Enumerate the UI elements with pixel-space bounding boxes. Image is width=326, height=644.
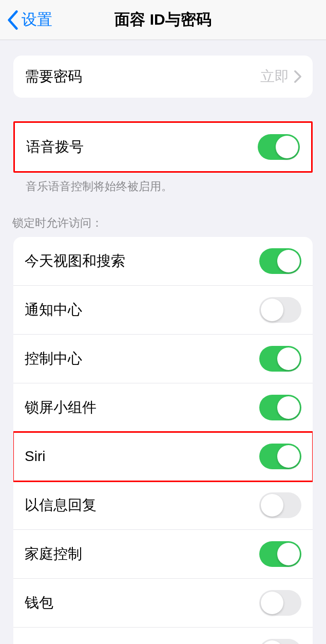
locked-access-row: 控制中心 xyxy=(13,335,313,383)
locked-access-label: 今天视图和搜索 xyxy=(25,251,125,271)
locked-access-row: 今天视图和搜索 xyxy=(13,237,313,286)
locked-access-header: 锁定时允许访问： xyxy=(0,215,326,237)
locked-access-row: 钱包 xyxy=(13,579,313,628)
locked-access-label: 控制中心 xyxy=(25,349,82,369)
passcode-group: 需要密码 立即 xyxy=(13,56,313,98)
locked-access-row: 锁屏小组件 xyxy=(13,383,313,432)
voice-dial-row: 语音拨号 xyxy=(15,123,311,171)
voice-dial-footer: 音乐语音控制将始终被启用。 xyxy=(13,173,313,195)
locked-access-toggle[interactable] xyxy=(259,346,301,372)
locked-access-row: Siri xyxy=(13,432,313,481)
locked-access-label: 通知中心 xyxy=(25,300,82,320)
voice-dial-toggle[interactable] xyxy=(258,134,300,160)
locked-access-row: 回拨未接来电 xyxy=(13,628,313,644)
locked-access-label: 以信息回复 xyxy=(25,495,97,515)
locked-access-toggle[interactable] xyxy=(259,395,301,420)
locked-access-toggle[interactable] xyxy=(259,541,301,567)
locked-access-row: 以信息回复 xyxy=(13,481,313,530)
locked-access-row: 通知中心 xyxy=(13,286,313,335)
voice-dial-label: 语音拨号 xyxy=(26,137,84,157)
locked-access-toggle[interactable] xyxy=(259,492,301,518)
chevron-left-icon xyxy=(7,10,18,30)
locked-access-toggle[interactable] xyxy=(259,590,301,616)
content: 需要密码 立即 语音拨号 音乐语音控制将始终被启用。 锁定时允许访问： 今天视 xyxy=(0,56,326,644)
locked-access-toggle[interactable] xyxy=(259,248,301,274)
locked-access-toggle[interactable] xyxy=(259,639,301,644)
chevron-right-icon xyxy=(294,70,301,83)
locked-access-row: 家庭控制 xyxy=(13,530,313,579)
require-passcode-label: 需要密码 xyxy=(25,67,82,86)
voice-dial-group: 语音拨号 xyxy=(13,121,313,173)
locked-access-toggle[interactable] xyxy=(259,297,301,323)
header-bar: 设置 面容 ID与密码 xyxy=(0,0,326,40)
locked-access-label: 回拨未接来电 xyxy=(25,642,111,644)
back-button[interactable]: 设置 xyxy=(0,9,52,30)
locked-access-group: 今天视图和搜索通知中心控制中心锁屏小组件Siri以信息回复家庭控制钱包回拨未接来… xyxy=(13,237,313,644)
locked-access-label: 锁屏小组件 xyxy=(25,398,97,417)
locked-access-label: Siri xyxy=(25,448,45,465)
require-passcode-value: 立即 xyxy=(260,67,289,86)
locked-access-label: 钱包 xyxy=(25,593,53,613)
locked-access-toggle[interactable] xyxy=(259,444,301,469)
require-passcode-row[interactable]: 需要密码 立即 xyxy=(13,56,313,98)
back-label: 设置 xyxy=(22,9,52,30)
locked-access-label: 家庭控制 xyxy=(25,544,82,564)
